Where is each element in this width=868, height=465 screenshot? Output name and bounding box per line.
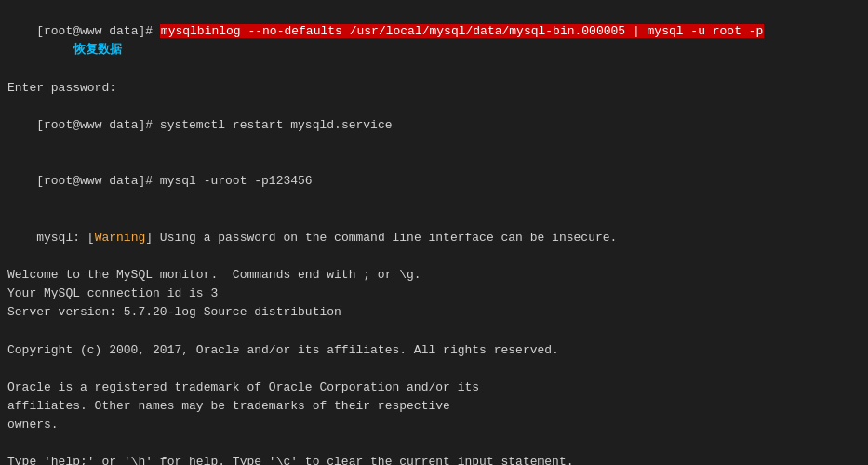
- command-1: mysqlbinlog --no-defaults /usr/local/mys…: [160, 24, 765, 38]
- restart-cmd: systemctl restart mysqld.service: [160, 118, 393, 132]
- welcome-text: Welcome to the MySQL monitor. Commands e…: [7, 268, 421, 282]
- help-line: Type 'help;' or '\h' for help. Type '\c'…: [7, 453, 861, 465]
- warning-suffix: ] Using a password on the command line i…: [145, 231, 617, 245]
- warning-word: Warning: [95, 231, 146, 245]
- copyright-line: Copyright (c) 2000, 2017, Oracle and/or …: [7, 341, 861, 360]
- blank-3: [7, 434, 861, 453]
- terminal: [root@www data]# mysqlbinlog --no-defaul…: [0, 0, 868, 465]
- affiliates-text: affiliates. Other names may be trademark…: [7, 399, 450, 413]
- mysql-cmd: mysql -uroot -p123456: [160, 174, 313, 188]
- warning-prefix: mysql: [: [36, 231, 94, 245]
- blank-2: [7, 360, 861, 379]
- connection-id-line: Your MySQL connection id is 3: [7, 285, 861, 303]
- prompt-3: [root@www data]#: [36, 174, 160, 188]
- help-text: Type 'help;' or '\h' for help. Type '\c'…: [7, 455, 574, 465]
- enter-password-text: Enter password:: [7, 81, 116, 95]
- copyright-text: Copyright (c) 2000, 2017, Oracle and/or …: [7, 343, 559, 357]
- warning-line: mysql: [Warning] Using a password on the…: [7, 210, 861, 266]
- prompt-1: [root@www data]#: [36, 24, 160, 38]
- affiliates-line: affiliates. Other names may be trademark…: [7, 397, 861, 416]
- prompt-2: [root@www data]#: [36, 118, 160, 132]
- restart-line: [root@www data]# systemctl restart mysql…: [7, 98, 861, 153]
- server-version-text: Server version: 5.7.20-log Source distri…: [7, 305, 341, 319]
- server-version-line: Server version: 5.7.20-log Source distri…: [7, 303, 861, 322]
- welcome-line: Welcome to the MySQL monitor. Commands e…: [7, 266, 861, 285]
- enter-password-line: Enter password:: [7, 79, 861, 98]
- mysql-login-line: [root@www data]# mysql -uroot -p123456: [7, 153, 861, 209]
- command-line-1: [root@www data]# mysqlbinlog --no-defaul…: [7, 4, 861, 79]
- huifu-annotation: 恢复数据: [73, 43, 122, 57]
- oracle-line: Oracle is a registered trademark of Orac…: [7, 379, 861, 397]
- owners-line: owners.: [7, 416, 861, 434]
- connection-id-text: Your MySQL connection id is 3: [7, 286, 218, 300]
- blank-1: [7, 322, 861, 340]
- owners-text: owners.: [7, 418, 59, 432]
- oracle-text: Oracle is a registered trademark of Orac…: [7, 380, 479, 394]
